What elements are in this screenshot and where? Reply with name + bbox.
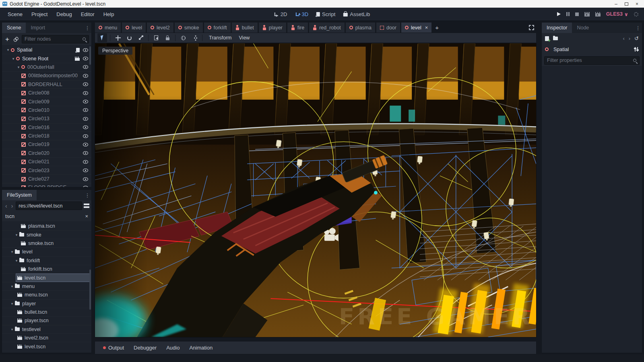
distraction-free-button[interactable] — [526, 22, 537, 33]
filter-properties-input[interactable] — [544, 56, 640, 65]
visibility-toggle[interactable] — [83, 82, 88, 86]
scene-tree-row[interactable]: Circle008 — [2, 89, 91, 97]
scene-tab[interactable]: level2 — [147, 22, 174, 33]
visibility-toggle[interactable] — [83, 48, 88, 52]
expand-arrow-icon[interactable]: ▾ — [9, 284, 15, 288]
file-row[interactable]: ▾ menu — [2, 282, 91, 291]
lock-button[interactable] — [163, 33, 172, 42]
visibility-toggle[interactable] — [83, 57, 88, 60]
file-row[interactable]: ▾ smoke — [2, 230, 91, 239]
filesystem-scrollbar[interactable] — [89, 269, 91, 310]
load-resource-icon[interactable] — [553, 37, 558, 40]
skeleton-button[interactable] — [190, 33, 199, 42]
visibility-toggle[interactable] — [83, 125, 88, 129]
scale-tool-button[interactable] — [136, 33, 145, 42]
scene-tree-row[interactable]: Circle021 — [2, 158, 91, 166]
viewport-3d-scene[interactable]: FREE GAMER Perspective — [95, 43, 537, 337]
scene-tree-row[interactable]: BORDERHALL — [2, 80, 91, 89]
file-row[interactable]: plasma.tscn — [2, 222, 91, 230]
file-row[interactable]: bullet.tscn — [2, 308, 91, 317]
bottom-panel-tab[interactable]: Animation — [185, 345, 217, 351]
instance-scene-button[interactable] — [13, 36, 19, 42]
visibility-toggle[interactable] — [83, 177, 88, 181]
pause-button[interactable] — [566, 12, 570, 16]
expand-arrow-icon[interactable]: ▾ — [9, 302, 15, 306]
file-row[interactable]: ▾ forklift — [2, 257, 91, 265]
history-back-icon[interactable]: ‹ — [4, 203, 8, 209]
scene-tree-row[interactable]: Circle027 — [2, 175, 91, 183]
close-tab-icon[interactable]: × — [425, 25, 428, 31]
renderer-dropdown[interactable]: GLES3 ∨ — [606, 11, 628, 17]
scene-tab[interactable]: plasma — [345, 22, 376, 33]
file-row[interactable]: player.tscn — [2, 317, 91, 325]
scene-tab[interactable]: level × — [401, 22, 432, 33]
scene-tab[interactable]: forklift — [204, 22, 231, 33]
scene-tab[interactable]: fire — [287, 22, 308, 33]
node-badge-icon[interactable] — [76, 48, 80, 52]
history-back-icon[interactable]: ‹ — [623, 35, 624, 41]
scene-tree-row[interactable]: FLOOR-BRIDGE — [2, 183, 91, 187]
list-select-button[interactable] — [151, 33, 161, 42]
select-tool-button[interactable] — [97, 33, 107, 42]
bottom-panel-tab[interactable]: Audio — [162, 345, 184, 351]
inspector-dock-tab[interactable]: Inspector — [542, 23, 572, 33]
scene-tab[interactable]: smoke — [174, 22, 203, 33]
projection-menu[interactable]: Perspective — [98, 47, 132, 55]
expand-arrow-icon[interactable]: ▾ — [9, 250, 15, 254]
scene-tree-scrollbar[interactable] — [89, 46, 91, 65]
file-row[interactable]: ▾ level — [2, 248, 91, 256]
menu-item[interactable]: Project — [27, 11, 52, 17]
menu-item[interactable]: Help — [99, 11, 119, 17]
scene-tree-row[interactable]: Circle013 — [2, 115, 91, 123]
play-button[interactable] — [557, 12, 561, 16]
file-row[interactable]: level.tscn — [2, 274, 91, 282]
visibility-toggle[interactable] — [83, 117, 88, 121]
close-button[interactable]: × — [636, 2, 638, 6]
file-row[interactable]: ▾ player — [2, 300, 91, 308]
rotate-tool-button[interactable] — [124, 33, 134, 42]
visibility-toggle[interactable] — [83, 108, 88, 112]
scene-tree-row[interactable]: ▾ 00OuterHall — [2, 63, 91, 72]
play-custom-scene-button[interactable] — [595, 12, 601, 16]
add-node-button[interactable]: + — [4, 36, 10, 43]
new-scene-tab-button[interactable]: + — [432, 22, 442, 33]
visibility-toggle[interactable] — [83, 151, 88, 155]
file-row[interactable]: level2.tscn — [2, 334, 91, 342]
visibility-toggle[interactable] — [83, 169, 88, 172]
expand-arrow-icon[interactable]: ▾ — [16, 65, 21, 69]
panel-menu-icon[interactable]: ⋮ — [634, 23, 642, 33]
stop-button[interactable] — [575, 12, 579, 16]
editor-mode-switch[interactable]: AssetLib — [340, 10, 373, 19]
expand-arrow-icon[interactable]: ▾ — [14, 233, 19, 237]
visibility-toggle[interactable] — [83, 65, 88, 69]
move-tool-button[interactable] — [113, 33, 123, 42]
bottom-panel-tab[interactable]: Output — [99, 345, 128, 351]
history-forward-icon[interactable]: › — [629, 35, 630, 41]
menu-item[interactable]: Scene — [3, 11, 27, 17]
expand-arrow-icon[interactable]: ▾ — [5, 48, 11, 52]
scene-tab[interactable]: menu — [95, 22, 121, 33]
minimize-button[interactable]: – — [615, 2, 617, 6]
filesystem-tab[interactable]: FileSystem — [2, 190, 37, 200]
clear-filter-icon[interactable]: × — [85, 213, 88, 219]
filesystem-filter-value[interactable]: tscn — [5, 214, 85, 219]
scene-tab[interactable]: player — [258, 22, 287, 33]
history-icon[interactable]: ↺ — [634, 36, 639, 41]
scene-tree-row[interactable]: ▾ Spatial — [2, 46, 91, 54]
file-row[interactable]: menu.tscn — [2, 291, 91, 299]
current-path-field[interactable] — [16, 202, 82, 210]
extra-options-icon[interactable] — [634, 47, 639, 51]
inspector-dock-tab[interactable]: Node — [572, 23, 594, 33]
expand-arrow-icon[interactable]: ▾ — [9, 327, 15, 331]
scene-tree-row[interactable]: 00littledoorimposter00 — [2, 72, 91, 80]
panel-menu-icon[interactable]: ⋮ — [83, 23, 91, 33]
scene-tree-row[interactable]: Circle018 — [2, 132, 91, 140]
editor-mode-switch[interactable]: 2D — [271, 10, 291, 19]
editor-mode-switch[interactable]: Script — [313, 10, 339, 19]
panel-menu-icon[interactable]: ⋮ — [83, 190, 91, 200]
menu-item[interactable]: Editor — [76, 11, 99, 17]
file-row[interactable]: forklift.tscn — [2, 265, 91, 274]
scene-dock-tab[interactable]: Scene — [2, 23, 26, 33]
viewport-menu[interactable]: View — [235, 35, 254, 41]
filter-nodes-input[interactable] — [22, 35, 89, 43]
